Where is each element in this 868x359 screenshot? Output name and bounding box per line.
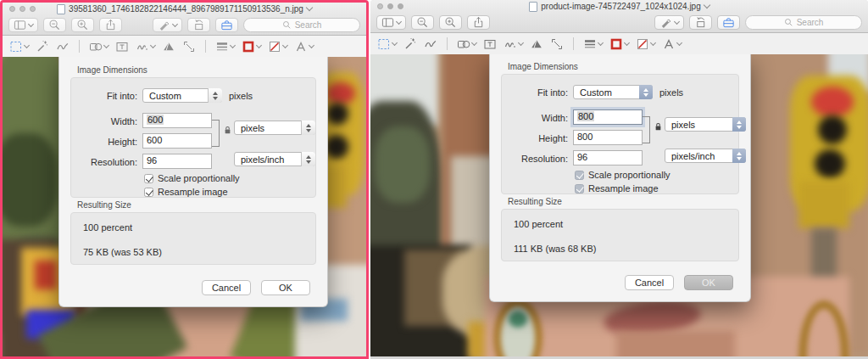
- minimize-button[interactable]: [387, 3, 393, 9]
- selection-tool-button[interactable]: [377, 37, 397, 51]
- ok-button[interactable]: OK: [261, 280, 310, 295]
- signature-button[interactable]: [504, 37, 523, 51]
- fit-into-select[interactable]: Custom: [142, 88, 222, 103]
- preview-window-left: 39581360_1746182822146444_89679891711509…: [0, 0, 369, 359]
- signature-button[interactable]: [136, 40, 155, 53]
- text-box-icon: [115, 40, 129, 53]
- sidebar-icon: [381, 16, 394, 29]
- height-field[interactable]: 800: [573, 130, 643, 145]
- chevron-down-icon: [396, 18, 402, 24]
- fill-color-button[interactable]: [636, 37, 655, 51]
- text-box-button[interactable]: [115, 40, 129, 53]
- window-chrome: product-image-745722497_1024x1024.jpg: [370, 0, 868, 33]
- ok-button[interactable]: OK: [684, 275, 733, 290]
- chevron-down-icon: [256, 42, 262, 48]
- search-input[interactable]: Search: [745, 15, 862, 30]
- stepper-icon: [301, 152, 315, 166]
- zoom-in-icon: [76, 19, 89, 31]
- window-title: product-image-745722497_1024x1024.jpg: [541, 2, 700, 11]
- shapes-button[interactable]: [457, 37, 476, 51]
- selection-tool-button[interactable]: [9, 40, 29, 53]
- zoom-button[interactable]: [398, 3, 403, 9]
- resample-image-checkbox[interactable]: Resample image: [575, 183, 659, 194]
- stepper-icon: [639, 85, 653, 99]
- width-field[interactable]: 800: [573, 109, 643, 125]
- zoom-out-button[interactable]: [411, 15, 434, 30]
- adjust-color-button[interactable]: [530, 37, 543, 51]
- adjust-size-icon: [182, 40, 196, 53]
- markup-toolbox-button[interactable]: [717, 15, 740, 30]
- zoom-button[interactable]: [30, 6, 36, 12]
- close-button[interactable]: [9, 6, 15, 12]
- sketch-tool-button[interactable]: [424, 37, 437, 51]
- section-title: Resulting Size: [508, 197, 562, 206]
- height-field[interactable]: 600: [142, 133, 212, 149]
- markup-toolbar: [370, 33, 868, 55]
- marker-button[interactable]: [153, 18, 182, 32]
- fit-unit-label: pixels: [659, 87, 683, 98]
- cancel-button[interactable]: Cancel: [625, 275, 674, 290]
- scale-proportionally-checkbox[interactable]: Scale proportionally: [575, 170, 670, 180]
- text-box-icon: [483, 37, 497, 51]
- stepper-icon: [301, 121, 315, 135]
- adjust-size-button[interactable]: [182, 40, 196, 53]
- dimensions-group: Fit into: Custom pixels Width: 800 Heigh…: [501, 74, 739, 194]
- zoom-out-button[interactable]: [43, 18, 66, 32]
- text-style-button[interactable]: [294, 40, 314, 53]
- filesize-text: 75 KB (was 53 KB): [83, 247, 162, 257]
- magic-wand-button[interactable]: [36, 40, 49, 53]
- close-button[interactable]: [377, 3, 383, 9]
- width-field[interactable]: 600: [142, 113, 212, 128]
- shape-style-button[interactable]: [215, 40, 235, 53]
- border-color-button[interactable]: [609, 37, 629, 51]
- link-bracket: [212, 120, 220, 147]
- titlebar[interactable]: product-image-745722497_1024x1024.jpg: [370, 0, 868, 13]
- sketch-tool-button[interactable]: [56, 40, 70, 53]
- zoom-in-button[interactable]: [439, 15, 462, 30]
- fit-into-select[interactable]: Custom: [573, 85, 653, 99]
- adjust-size-icon: [550, 37, 564, 51]
- unit-select[interactable]: pixels: [665, 117, 746, 132]
- markup-toolbox-button[interactable]: [215, 18, 238, 32]
- signature-icon: [504, 37, 517, 51]
- text-box-button[interactable]: [483, 37, 497, 51]
- minimize-button[interactable]: [19, 6, 25, 12]
- cancel-button[interactable]: Cancel: [202, 280, 251, 295]
- zoom-out-icon: [416, 16, 429, 29]
- shapes-button[interactable]: [89, 40, 108, 53]
- title-chevron-icon[interactable]: [306, 4, 313, 11]
- scale-proportionally-checkbox[interactable]: Scale proportionally: [144, 173, 240, 183]
- fill-color-button[interactable]: [268, 40, 287, 53]
- unit-select[interactable]: pixels: [234, 121, 315, 135]
- titlebar[interactable]: 39581360_1746182822146444_89679891711509…: [3, 3, 366, 15]
- share-button[interactable]: [99, 18, 122, 32]
- stepper-icon: [208, 88, 222, 103]
- adjust-size-button[interactable]: [550, 37, 564, 51]
- resolution-field[interactable]: 96: [142, 154, 212, 169]
- sidebar-button[interactable]: [8, 18, 38, 32]
- divider: [205, 40, 206, 53]
- marker-button[interactable]: [654, 15, 684, 30]
- checkbox-icon: [575, 184, 584, 194]
- resolution-unit-select[interactable]: pixels/inch: [234, 152, 315, 166]
- adjust-color-icon: [162, 40, 175, 53]
- resolution-unit-select[interactable]: pixels/inch: [665, 149, 746, 163]
- resolution-field[interactable]: 96: [573, 150, 643, 165]
- search-input[interactable]: Search: [243, 18, 360, 32]
- rotate-left-button[interactable]: [689, 15, 712, 30]
- rotate-left-button[interactable]: [187, 18, 210, 32]
- window-chrome: 39581360_1746182822146444_89679891711509…: [3, 3, 366, 36]
- adjust-color-button[interactable]: [162, 40, 175, 53]
- title-chevron-icon[interactable]: [703, 2, 709, 8]
- link-bracket: [643, 116, 650, 143]
- zoom-in-button[interactable]: [71, 18, 94, 32]
- text-style-button[interactable]: [662, 37, 682, 51]
- resample-image-checkbox[interactable]: Resample image: [144, 187, 228, 197]
- share-button[interactable]: [467, 15, 490, 30]
- border-color-icon: [242, 40, 255, 53]
- magic-wand-button[interactable]: [403, 37, 417, 51]
- sidebar-button[interactable]: [376, 15, 406, 30]
- border-color-button[interactable]: [242, 40, 261, 53]
- shape-style-button[interactable]: [583, 37, 603, 51]
- chevron-down-icon: [24, 42, 30, 48]
